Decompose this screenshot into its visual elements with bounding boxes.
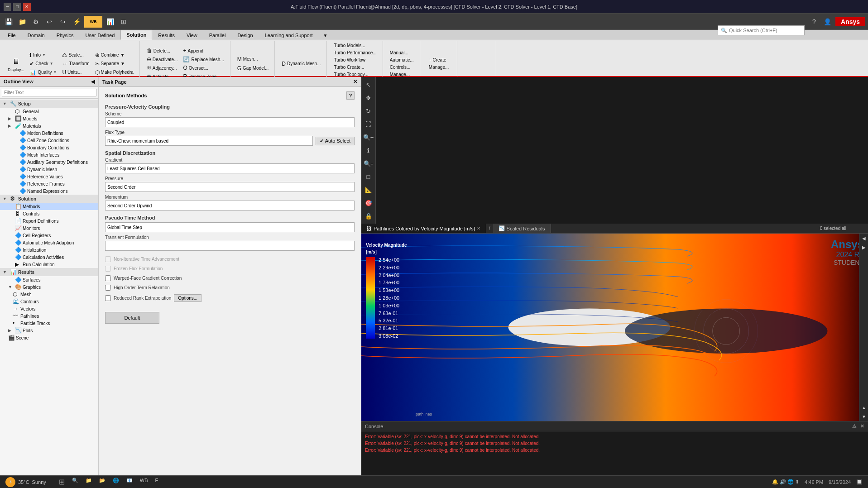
append-button[interactable]: + Append — [181, 47, 226, 55]
run-calc-item[interactable]: ▶ Run Calculation — [0, 261, 98, 268]
fluent-icon[interactable]: F — [155, 478, 158, 486]
tab-user-defined[interactable]: User-Defined — [80, 30, 121, 40]
filter-input[interactable] — [2, 89, 96, 96]
replace-mesh-button[interactable]: 🔄 Replace Mesh... — [181, 55, 226, 63]
search-input[interactable] — [729, 28, 801, 33]
lightning-button[interactable]: ⚡ — [71, 16, 82, 28]
residuals-tab[interactable]: 📉 Scaled Residuals — [493, 224, 551, 233]
default-button[interactable]: Default — [105, 312, 159, 324]
tab-learning[interactable]: Learning and Support — [259, 30, 319, 40]
momentum-select[interactable]: Second Order Upwind — [105, 201, 355, 211]
redo-button[interactable]: ↪ — [57, 16, 69, 28]
combine-button[interactable]: ⊕ Combine ▼ — [93, 51, 136, 59]
zoom-out-tool[interactable]: 🔍- — [363, 158, 374, 169]
manual-button[interactable]: Manual... — [388, 49, 416, 56]
right-ctrl-3[interactable]: ▲ — [859, 403, 868, 412]
gradient-select[interactable]: Least Squares Cell Based — [105, 163, 355, 173]
warped-face-checkbox[interactable] — [105, 275, 111, 281]
tab-design[interactable]: Design — [231, 30, 259, 40]
models-item[interactable]: ▶ 🔲 Models — [0, 115, 98, 122]
files-icon[interactable]: 📁 — [86, 478, 92, 486]
high-order-checkbox[interactable] — [105, 285, 111, 291]
chart-button[interactable]: 📊 — [104, 16, 116, 28]
auxiliary-geom-item[interactable]: 🔷 Auxiliary Geometry Definitions — [0, 158, 98, 166]
units-button[interactable]: U Units... — [60, 68, 91, 77]
info-tool[interactable]: ℹ — [363, 144, 374, 156]
move-tool[interactable]: ✥ — [363, 92, 374, 104]
right-ctrl-2[interactable]: ▶ — [859, 243, 868, 252]
contours-item[interactable]: 🌊 Contours — [0, 298, 98, 305]
lock-tool[interactable]: 🔒 — [363, 210, 374, 222]
manage-surface-button[interactable]: Manage... — [427, 64, 451, 71]
adjacency-button[interactable]: ≋ Adjacency... — [144, 64, 180, 72]
mesh-interfaces-item[interactable]: 🔷 Mesh Interfaces — [0, 151, 98, 158]
make-polyhedra-button[interactable]: ⬡ Make Polyhedra — [93, 68, 136, 77]
frozen-flux-checkbox[interactable] — [105, 266, 111, 272]
chrome-icon[interactable]: 🌐 — [113, 478, 119, 486]
pathlines-item[interactable]: 〰 Pathlines — [0, 312, 98, 320]
cell-zone-item[interactable]: 🔷 Cell Zone Conditions — [0, 137, 98, 144]
delete-button[interactable]: 🗑 Delete... — [144, 47, 180, 55]
transient-select[interactable] — [105, 241, 355, 251]
setup-section[interactable]: ▼ 🔧 Setup — [0, 100, 98, 108]
maximize-button[interactable]: □ — [13, 3, 21, 11]
reference-frames-item[interactable]: 🔷 Reference Frames — [0, 180, 98, 187]
open-button[interactable]: 📁 — [16, 16, 28, 28]
graphics-item[interactable]: ▼ 🎨 Graphics — [0, 283, 98, 291]
tab-view[interactable]: View — [181, 30, 203, 40]
report-definitions-item[interactable]: 📄 Report Definitions — [0, 217, 98, 225]
create-surface-button[interactable]: + Create — [427, 57, 451, 63]
scale-button[interactable]: ⚖ Scale... — [60, 51, 91, 59]
vectors-item[interactable]: → Vectors — [0, 305, 98, 312]
zoom-box-tool[interactable]: □ — [363, 171, 374, 182]
auto-mesh-item[interactable]: 🔷 Automatic Mesh Adaption — [0, 239, 98, 246]
turbo-models-button[interactable]: Turbo Models... — [331, 42, 379, 49]
close-button[interactable]: ✕ — [23, 3, 31, 11]
task-panel-close-icon[interactable]: ✕ — [353, 79, 357, 85]
zoom-in-tool[interactable]: 🔍+ — [363, 131, 374, 143]
overset-button[interactable]: O Overset... — [181, 64, 226, 72]
pathlines-tab[interactable]: 🖼 Pathlines Colored by Velocity Magnitud… — [361, 224, 486, 233]
turbo-performance-button[interactable]: Turbo Performance... — [331, 49, 379, 56]
rotate-tool[interactable]: ↻ — [363, 105, 374, 117]
measure-tool[interactable]: 📐 — [363, 184, 374, 196]
scene-item[interactable]: 🎬 Scene — [0, 334, 98, 341]
motion-definitions-item[interactable]: 🔷 Motion Definitions — [0, 129, 98, 137]
tab-file[interactable]: File — [2, 30, 22, 40]
probe-tool[interactable]: 🎯 — [363, 197, 374, 209]
right-ctrl-1[interactable]: ◀ — [859, 234, 868, 243]
zoom-fit-tool[interactable]: ⛶ — [363, 118, 374, 130]
search-taskbar-icon[interactable]: 🔍 — [72, 478, 78, 486]
results-section[interactable]: ▼ 📊 Results — [0, 268, 98, 276]
info-button[interactable]: ℹ Info ▼ — [27, 51, 59, 59]
cursor-tool[interactable]: ↖ — [363, 79, 374, 91]
named-expressions-item[interactable]: 🔷 Named Expressions — [0, 187, 98, 195]
options-button[interactable]: Options... — [174, 294, 201, 302]
tab-physics[interactable]: Physics — [51, 30, 80, 40]
non-iterative-checkbox[interactable] — [105, 256, 111, 262]
tab-results[interactable]: Results — [152, 30, 181, 40]
initialization-item[interactable]: 🔷 Initialization — [0, 246, 98, 254]
pressure-select[interactable]: Second Order — [105, 182, 355, 192]
help-icon-button[interactable]: ? — [346, 91, 355, 100]
deactivate-button[interactable]: ⊖ Deactivate... — [144, 55, 180, 63]
dynamic-mesh-button[interactable]: D Dynamic Mesh... — [279, 60, 323, 68]
outlook-icon[interactable]: 📧 — [126, 478, 133, 486]
right-ctrl-4[interactable]: ▼ — [859, 412, 868, 421]
pathlines-tab-close[interactable]: ✕ — [477, 226, 480, 231]
pseudo-time-select[interactable]: Global Time Step — [105, 222, 355, 232]
reduced-rank-checkbox[interactable] — [105, 295, 111, 301]
cell-registers-item[interactable]: 🔷 Cell Registers — [0, 232, 98, 239]
notification-icon[interactable]: 🔲 — [856, 479, 863, 485]
pathlines-view[interactable]: Velocity Magnitude [m/s] 2.54e+00 2.29e+… — [361, 234, 868, 421]
surfaces-item[interactable]: 🔷 Surfaces — [0, 276, 98, 283]
minimize-button[interactable]: ─ — [4, 3, 11, 11]
separate-button[interactable]: ✂ Separate ▼ — [93, 60, 136, 68]
sidebar-close-icon[interactable]: ◀ — [91, 79, 95, 85]
automatic-button[interactable]: Automatic... — [388, 57, 416, 63]
help-button[interactable]: ? — [808, 16, 820, 28]
transform-button[interactable]: ↔ Transform — [60, 60, 91, 68]
user-button[interactable]: 👤 — [822, 16, 834, 28]
flux-type-select[interactable]: Rhie-Chow: momentum based — [105, 136, 313, 146]
mesh-graphics-item[interactable]: ⬡ Mesh — [0, 291, 98, 298]
